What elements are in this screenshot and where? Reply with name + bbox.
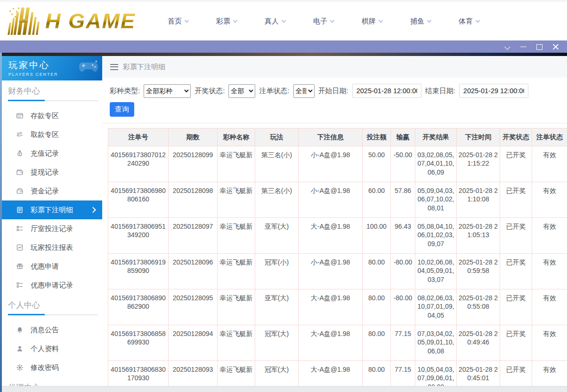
- cell-draw-result: 08,02,06,03,10,07,01,09,04,05: [415, 289, 457, 325]
- cell-draw-status: 已开奖: [500, 218, 532, 254]
- sidebar-item-label: 彩票下注明细: [31, 206, 73, 215]
- cell-draw-status: 已开奖: [500, 254, 532, 289]
- sidebar-item-lottery-bet-details[interactable]: 彩票下注明细: [2, 200, 102, 219]
- col-header-lottery-name: 彩种名称: [218, 128, 255, 146]
- sidebar-item-label: 个人资料: [31, 344, 59, 353]
- cell-play-type: 第三名(小): [255, 146, 299, 182]
- sidebar-item-label: 优惠申请记录: [31, 281, 73, 290]
- cell-lottery-name: 幸运飞艇新: [218, 218, 255, 254]
- section-title-finance-center: 财务中心: [2, 80, 102, 100]
- hand-cash-icon: [16, 131, 24, 138]
- nav-item-6[interactable]: 体育: [459, 17, 479, 26]
- bell-icon: [16, 326, 24, 334]
- window-left-edge: [0, 53, 2, 392]
- sidebar-item-personal-profile[interactable]: 个人资料: [2, 339, 102, 358]
- window-bottom-edge: [2, 386, 567, 392]
- nav-item-label: 捕鱼: [410, 17, 424, 26]
- cell-lottery-name: 幸运飞艇新: [218, 182, 255, 218]
- table-row: 40156917380695134920020250128097幸运飞艇新亚军(…: [108, 218, 567, 254]
- col-header-draw-status: 开奖状态: [500, 128, 532, 146]
- bank-card-icon: [16, 112, 24, 120]
- cell-order-status: 有效: [532, 182, 567, 218]
- player-sidebar: 玩家中心 PLAYERS CENTER 财务中心存款专区取款专区充值记录提现记录…: [2, 56, 102, 392]
- sidebar-item-promo-apply-records[interactable]: 优惠申请记录: [2, 276, 102, 295]
- cell-play-type: 亚军(大): [255, 218, 299, 254]
- table-row: 40156917380701224029020250128099幸运飞艇新第三名…: [108, 146, 567, 182]
- window-collapse-button[interactable]: [504, 43, 511, 50]
- sidebar-item-withdraw-zone[interactable]: 取款专区: [2, 125, 102, 144]
- sidebar-item-hall-bet-records[interactable]: 厅室投注记录: [2, 219, 102, 238]
- sidebar-item-promo-apply[interactable]: 优惠申请: [2, 257, 102, 276]
- main-content: 彩票下注明细 彩种类型: 全部彩种 开奖状态: 全部 注单状态: 全部: [102, 56, 567, 392]
- cell-period: 20250128096: [169, 254, 218, 289]
- end-date-input[interactable]: [459, 84, 528, 98]
- table-row: 40156917380691985909020250128096幸运飞艇新冠军(…: [108, 254, 567, 289]
- sidebar-item-message-notice[interactable]: 消息公告: [2, 320, 102, 339]
- chevron-down-icon: [282, 18, 286, 23]
- sidebar-item-player-bet-report[interactable]: 玩家投注报表: [2, 238, 102, 257]
- gamepad-icon: [78, 59, 99, 76]
- cell-bet-time: 2025-01-28 20:59:58: [457, 254, 500, 289]
- chevron-down-icon: [233, 18, 238, 23]
- cell-bet-info: 小-A盘@1.98: [299, 146, 363, 182]
- bets-table-container: 注单号期数彩种名称玩法下注信息投注额输赢开奖结果下注时间开奖状态注单状态 401…: [102, 123, 567, 392]
- col-header-period: 期数: [169, 128, 218, 146]
- cell-win-loss: -80.00: [391, 254, 415, 289]
- money-bag-icon: [16, 150, 24, 157]
- nav-item-4[interactable]: 棋牌: [362, 17, 382, 26]
- cell-draw-result: 05,09,04,03,06,07,10,02,08,01: [415, 182, 457, 218]
- nav-item-2[interactable]: 真人: [265, 17, 285, 26]
- nav-item-label: 体育: [459, 17, 473, 26]
- section-title-personal-center: 个人中心: [2, 295, 102, 314]
- window-titlebar: [0, 40, 567, 53]
- sidebar-item-funds-records[interactable]: 资金记录: [2, 182, 102, 200]
- chevron-down-icon: [476, 18, 480, 23]
- brand-logo[interactable]: H GAME: [0, 7, 141, 36]
- window-maximize-button[interactable]: [536, 43, 543, 50]
- nav-item-3[interactable]: 电子: [313, 17, 334, 26]
- page-title: 彩票下注明细: [123, 63, 165, 72]
- search-button[interactable]: 查询: [110, 102, 134, 117]
- nav-item-label: 彩票: [216, 17, 230, 26]
- sidebar-item-recharge-records[interactable]: 充值记录: [2, 144, 102, 163]
- sidebar-item-change-password[interactable]: 修改密码: [2, 358, 102, 377]
- nav-item-5[interactable]: 捕鱼: [410, 17, 431, 26]
- col-header-draw-result: 开奖结果: [415, 128, 457, 146]
- brand-emblem-icon: [7, 7, 41, 36]
- cell-draw-status: 已开奖: [500, 146, 532, 182]
- end-date-label: 结束日期:: [425, 87, 455, 96]
- sidebar-item-withdraw-records[interactable]: 提现记录: [2, 163, 102, 182]
- col-header-bet-time: 下注时间: [457, 128, 500, 146]
- cell-bet-info: 大-A盘@1.98: [299, 325, 363, 361]
- window-close-button[interactable]: [552, 43, 559, 50]
- order-status-label: 注单状态:: [259, 87, 289, 96]
- nav-item-1[interactable]: 彩票: [216, 17, 237, 26]
- cell-order-no: 401569173807012240290: [108, 146, 169, 182]
- window-minimize-button[interactable]: [520, 43, 527, 50]
- draw-status-select[interactable]: 全部: [228, 84, 255, 98]
- nav-item-label: 电子: [313, 17, 327, 26]
- cell-bet-info: 小-A盘@1.98: [299, 254, 363, 289]
- checklist-icon: [16, 281, 24, 289]
- cell-period: 20250128097: [169, 218, 218, 254]
- cell-lottery-name: 幸运飞艇新: [218, 325, 255, 361]
- section-divider: [8, 314, 98, 315]
- lottery-type-select[interactable]: 全部彩种: [144, 84, 191, 98]
- nav-item-0[interactable]: 首页: [168, 17, 188, 26]
- start-date-input[interactable]: [352, 84, 421, 98]
- cell-play-type: 冠军(小): [255, 254, 299, 289]
- col-header-bet-amount: 投注额: [363, 128, 391, 146]
- sidebar-item-label: 取款专区: [31, 130, 59, 139]
- cell-draw-result: 05,08,04,10,06,01,02,03,09,07: [415, 218, 457, 254]
- col-header-order-status: 注单状态: [532, 128, 567, 146]
- sidebar-item-deposit-zone[interactable]: 存款专区: [2, 106, 102, 125]
- order-status-select[interactable]: 全部: [293, 84, 315, 98]
- sidebar-item-label: 资金记录: [31, 187, 59, 196]
- cell-draw-result: 10,02,06,08,04,05,09,01,03,07: [415, 254, 457, 289]
- cell-bet-time: 2025-01-28 21:05:13: [457, 218, 500, 254]
- menu-toggle-icon[interactable]: [110, 64, 118, 70]
- document-icon: [16, 206, 24, 214]
- chevron-down-icon: [427, 18, 432, 23]
- cell-bet-info: 大-A盘@1.98: [299, 289, 363, 325]
- cell-order-no: 401569173806919859090: [108, 254, 169, 289]
